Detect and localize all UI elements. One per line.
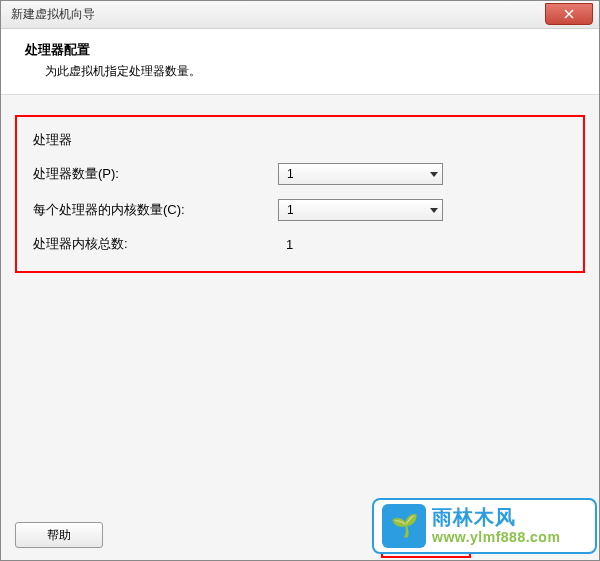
processor-count-value: 1 xyxy=(287,167,294,181)
cores-per-processor-value: 1 xyxy=(287,203,294,217)
cores-per-processor-dropdown[interactable]: 1 xyxy=(278,199,443,221)
processors-section-label: 处理器 xyxy=(33,131,567,149)
help-button[interactable]: 帮助 xyxy=(15,522,103,548)
close-icon xyxy=(564,9,574,19)
window-title: 新建虚拟机向导 xyxy=(11,6,95,23)
total-cores-label: 处理器内核总数: xyxy=(33,235,278,253)
close-button[interactable] xyxy=(545,3,593,25)
watermark-logo-icon: 🌱 xyxy=(382,504,426,548)
total-cores-row: 处理器内核总数: 1 xyxy=(33,235,567,253)
titlebar: 新建虚拟机向导 xyxy=(1,1,599,29)
chevron-down-icon xyxy=(430,172,438,177)
header-section: 处理器配置 为此虚拟机指定处理器数量。 xyxy=(1,29,599,95)
cores-per-processor-label: 每个处理器的内核数量(C): xyxy=(33,201,278,219)
content-area: 处理器 处理器数量(P): 1 每个处理器的内核数量(C): 1 处理器内核总数… xyxy=(1,95,599,516)
chevron-down-icon xyxy=(430,208,438,213)
cores-per-processor-row: 每个处理器的内核数量(C): 1 xyxy=(33,199,567,221)
wizard-window: 新建虚拟机向导 处理器配置 为此虚拟机指定处理器数量。 处理器 处理器数量(P)… xyxy=(0,0,600,561)
header-title: 处理器配置 xyxy=(25,41,575,59)
processor-count-row: 处理器数量(P): 1 xyxy=(33,163,567,185)
processor-count-label: 处理器数量(P): xyxy=(33,165,278,183)
watermark-url: www.ylmf888.com xyxy=(432,529,587,545)
total-cores-value: 1 xyxy=(278,237,293,252)
header-subtitle: 为此虚拟机指定处理器数量。 xyxy=(45,63,575,80)
processor-count-dropdown[interactable]: 1 xyxy=(278,163,443,185)
watermark-brand: 雨林木风 xyxy=(432,506,587,529)
highlight-box: 处理器 处理器数量(P): 1 每个处理器的内核数量(C): 1 处理器内核总数… xyxy=(15,115,585,273)
help-button-label: 帮助 xyxy=(47,527,71,544)
watermark: 🌱 雨林木风 www.ylmf888.com xyxy=(372,498,597,554)
watermark-text: 雨林木风 www.ylmf888.com xyxy=(432,506,587,545)
